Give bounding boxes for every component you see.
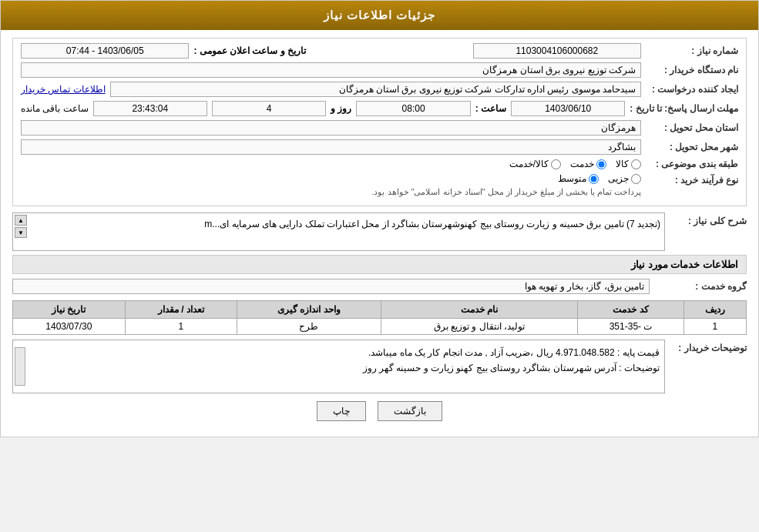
sharh-value: (تجدید 7) تامین برق حسینه و زیارت روستای…: [30, 217, 660, 232]
scroll-down-arrow[interactable]: ▼: [15, 227, 27, 238]
back-button[interactable]: بازگشت: [378, 401, 442, 421]
notes-scrollbar[interactable]: [15, 347, 25, 386]
farayand-motavaset-label: متوسط: [558, 173, 586, 184]
cell-radif: 1: [683, 319, 746, 335]
goroheKhadamat-label: گروه خدمت :: [654, 281, 747, 292]
mohlatErsal-label: مهلت ارسال پاسخ: تا تاریخ :: [630, 103, 738, 114]
mohlatErsal-baghimande: 23:43:04: [93, 101, 207, 116]
goroheKhadamat-value: تامین برق، گاز، بخار و تهویه هوا: [12, 279, 650, 294]
tabagheBandi-label: طبقه بندی موضوعی :: [646, 159, 738, 169]
mohlatErsal-date: 1403/06/10: [511, 101, 625, 116]
rooz-label: روز و: [331, 103, 351, 114]
col-namKhadamat: نام خدمت: [381, 301, 578, 319]
khadamat-section-title: اطلاعات خدمات مورد نیاز: [12, 255, 747, 274]
services-table: ردیف کد خدمت نام خدمت واحد اندازه گیری ت…: [12, 300, 747, 335]
page-title: جزئیات اطلاعات نیاز: [324, 8, 435, 22]
table-row: 1 ت -35-351 تولید، انتقال و توزیع برق طر…: [13, 319, 747, 335]
contact-info-link[interactable]: اطلاعات تماس خریدار: [21, 84, 106, 95]
description-scrollbar[interactable]: ▲ ▼: [15, 215, 27, 238]
tarikheElam-label: تاریخ و ساعت اعلان عمومی :: [193, 45, 306, 56]
tabaghe-khadamat-label: خدمت: [570, 159, 594, 169]
shomareNiaz-label: شماره نیاز :: [646, 45, 738, 56]
ostanTahvil-value: هرمزگان: [21, 120, 641, 136]
ijadKonande-label: ایجاد کننده درخواست :: [646, 84, 738, 95]
mohlatErsal-saat: 08:00: [356, 101, 470, 116]
notes-line1: قیمت پایه : 4.971.048.582 ریال ،ضریب آزا…: [29, 345, 660, 360]
cell-vahed: طرح: [237, 319, 381, 335]
farayand-radio-group: جزیی متوسط: [371, 173, 641, 184]
saat-label: ساعت :: [475, 103, 506, 114]
tabaghe-radio-group: کالا خدمت کالا/خدمت: [509, 159, 641, 169]
namDastgah-label: نام دستگاه خریدار :: [646, 65, 738, 75]
col-vahed: واحد اندازه گیری: [237, 301, 381, 319]
namDastgah-value: شرکت توزیع نیروی برق استان هرمزگان: [21, 62, 641, 78]
col-radif: ردیف: [683, 301, 746, 319]
cell-tedad: 1: [125, 319, 237, 335]
tabaghe-kala-khadamat-option[interactable]: کالا/خدمت: [509, 159, 561, 169]
ostanTahvil-label: استان محل تحویل :: [646, 122, 738, 133]
scroll-up-arrow[interactable]: ▲: [15, 215, 27, 226]
cell-tarikh: 1403/07/30: [13, 319, 126, 335]
tabaghe-kala-option[interactable]: کالا: [616, 159, 641, 169]
farayand-desc: پرداخت تمام یا بخشی از مبلغ خریدار از مح…: [371, 187, 641, 197]
mohlatErsal-rooz: 4: [212, 101, 326, 116]
print-button[interactable]: چاپ: [317, 401, 366, 421]
sharh-label: شرح کلی نیاز :: [670, 212, 747, 226]
ijadKonande-value: سیدحامد موسوی رئیس اداره تدارکات شرکت تو…: [110, 82, 641, 97]
tarikheElam-value: 1403/06/05 - 07:44: [21, 43, 189, 59]
cell-kodKhadamat: ت -35-351: [578, 319, 683, 335]
shahrTahvil-label: شهر محل تحویل :: [646, 142, 738, 152]
col-kodKhadamat: کد خدمت: [578, 301, 683, 319]
tabaghe-kala-label: کالا: [616, 159, 629, 169]
notes-label: توضیحات خریدار :: [670, 340, 747, 353]
baghimande-label: ساعت باقی مانده: [21, 103, 89, 114]
cell-namKhadamat: تولید، انتقال و توزیع برق: [381, 319, 578, 335]
farayand-jozii-label: جزیی: [608, 173, 629, 184]
col-tarikh: تاریخ نیاز: [13, 301, 126, 319]
noeFarayand-label: نوع فرآیند خرید :: [646, 173, 738, 186]
page-header: جزئیات اطلاعات نیاز: [1, 1, 758, 30]
farayand-jozii-option[interactable]: جزیی: [608, 173, 641, 184]
tabaghe-khadamat-option[interactable]: خدمت: [570, 159, 606, 169]
farayand-motavaset-option[interactable]: متوسط: [558, 173, 599, 184]
action-buttons: بازگشت چاپ: [12, 401, 747, 421]
tabaghe-kala-khadamat-label: کالا/خدمت: [509, 159, 549, 169]
shahrTahvil-value: بشاگرد: [21, 139, 641, 155]
col-tedad: تعداد / مقدار: [125, 301, 237, 319]
notes-line2: توضیحات : آدرس شهرستان بشاگرد روستای بیج…: [29, 360, 660, 376]
shomareNiaz-value: 1103004106000682: [473, 43, 641, 59]
